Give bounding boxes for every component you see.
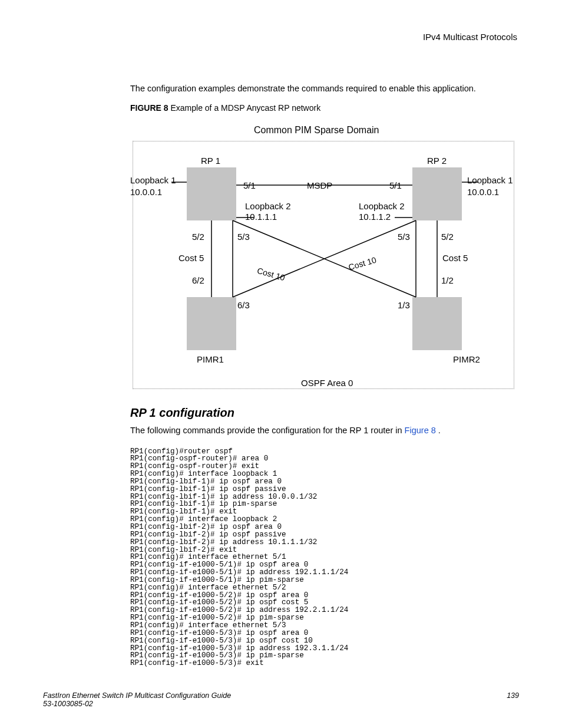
port-12: 1/2 — [441, 275, 454, 285]
config-code-block: RP1(config)#router ospf RP1(config-ospf-… — [130, 448, 517, 667]
loopback1-right: Loopback 1 — [467, 175, 513, 185]
header-section: IPv4 Multicast Protocols — [130, 32, 517, 42]
loopback2-left: Loopback 2 — [245, 201, 291, 211]
cost5-left: Cost 5 — [178, 253, 204, 263]
section-intro-post: . — [438, 426, 441, 435]
cost5-right: Cost 5 — [442, 253, 468, 263]
port-13: 1/3 — [398, 300, 410, 310]
loopback1-right-ip: 10.0.0.1 — [467, 187, 499, 197]
intro-paragraph: The configuration examples demonstrate t… — [130, 83, 517, 95]
figure-link[interactable]: Figure 8 — [405, 426, 436, 435]
msdp-label: MSDP — [307, 180, 332, 190]
page-footer: 139 FastIron Ethernet Switch IP Multicas… — [43, 691, 519, 708]
footer-docnum: 53-1003085-02 — [43, 700, 93, 708]
page-number: 139 — [507, 691, 519, 700]
section-heading: RP 1 configuration — [130, 406, 517, 420]
figure-caption-text: Example of a MDSP Anycast RP network — [170, 103, 320, 113]
rp1-label: RP 1 — [201, 156, 220, 166]
port-53-right: 5/3 — [398, 232, 410, 242]
section-intro: The following commands provide the confi… — [130, 426, 517, 435]
loopback2-left-ip: 10.1.1.1 — [245, 212, 277, 222]
section-intro-pre: The following commands provide the confi… — [130, 426, 405, 435]
port-52-left: 5/2 — [192, 232, 204, 242]
loopback2-right: Loopback 2 — [359, 201, 405, 211]
loopback2-right-ip: 10.1.1.2 — [359, 212, 391, 222]
figure-label: FIGURE 8 — [130, 103, 168, 113]
footer-title: FastIron Ethernet Switch IP Multicast Co… — [43, 691, 231, 700]
port-63: 6/3 — [237, 300, 250, 310]
pimr2-label: PIMR2 — [453, 354, 480, 364]
loopback1-left: Loopback 1 — [130, 175, 176, 185]
port-62: 6/2 — [192, 275, 204, 285]
port-51-right: 5/1 — [389, 180, 402, 190]
port-53-left: 5/3 — [237, 232, 250, 242]
loopback1-left-ip: 10.0.0.1 — [130, 187, 162, 197]
figure-caption: FIGURE 8 Example of a MDSP Anycast RP ne… — [130, 103, 517, 113]
pimr1-label: PIMR1 — [197, 354, 224, 364]
network-diagram: Common PIM Sparse Domain OSPF Area 0 — [130, 123, 515, 390]
port-52-right: 5/2 — [441, 232, 454, 242]
rp2-label: RP 2 — [427, 156, 447, 166]
port-51-left: 5/1 — [243, 180, 256, 190]
